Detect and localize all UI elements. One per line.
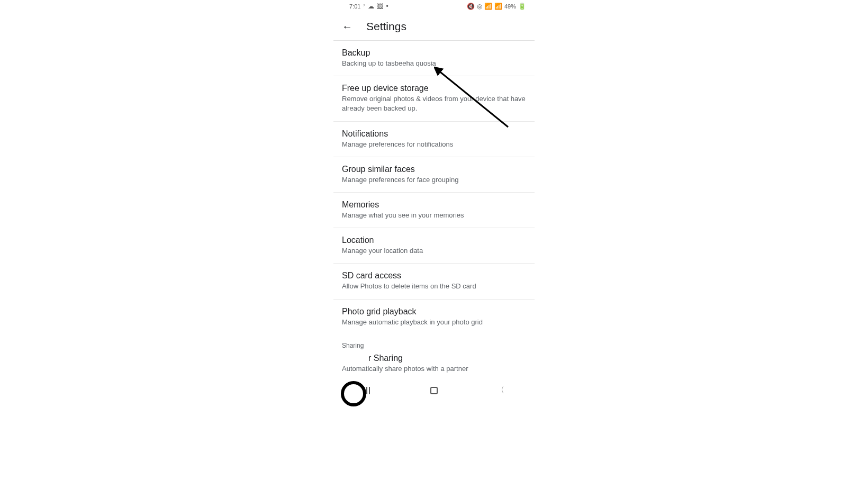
item-title: r Sharing — [342, 354, 526, 363]
settings-item-memories[interactable]: Memories Manage what you see in your mem… — [333, 193, 535, 228]
section-header-sharing: Sharing — [333, 334, 535, 349]
item-title: Free up device storage — [342, 84, 526, 93]
page-title: Settings — [366, 20, 406, 33]
item-subtitle: Allow Photos to delete items on the SD c… — [342, 282, 526, 291]
item-subtitle: Manage preferences for face grouping — [342, 175, 526, 185]
nav-back-button[interactable]: 〈 — [495, 384, 508, 397]
settings-item-location[interactable]: Location Manage your location data — [333, 228, 535, 264]
back-icon: 〈 — [498, 385, 504, 396]
status-time: 7:01 — [349, 3, 360, 10]
item-subtitle: Backing up to tasbeeha quosia — [342, 59, 526, 68]
item-title: Memories — [342, 200, 526, 210]
item-title: SD card access — [342, 271, 526, 280]
signal-1-icon: 📶 — [484, 3, 492, 10]
home-icon — [430, 387, 438, 394]
status-bar: 7:01 ⁷ ☁ 🖼 • 🔇 ◎ 📶 📶 49% 🔋 — [333, 0, 535, 13]
dot-icon: • — [386, 3, 388, 10]
status-right: 🔇 ◎ 📶 📶 49% 🔋 — [467, 3, 526, 10]
settings-item-sd-card[interactable]: SD card access Allow Photos to delete it… — [333, 264, 535, 299]
item-title: Group similar faces — [342, 165, 526, 174]
app-header: ← Settings — [333, 13, 535, 41]
settings-item-partner-sharing[interactable]: r Sharing Automatically share photos wit… — [333, 349, 535, 374]
item-title: Photo grid playback — [342, 307, 526, 316]
item-title: Notifications — [342, 129, 526, 139]
network-speed-icon: ⁷ — [363, 4, 365, 9]
recents-icon — [364, 387, 370, 394]
item-title: Location — [342, 236, 526, 245]
battery-icon: 🔋 — [518, 3, 526, 10]
settings-item-group-faces[interactable]: Group similar faces Manage preferences f… — [333, 157, 535, 193]
battery-percent: 49% — [504, 3, 516, 10]
status-left: 7:01 ⁷ ☁ 🖼 • — [349, 3, 388, 10]
item-title: Backup — [342, 48, 526, 58]
signal-2-icon: 📶 — [494, 3, 502, 10]
image-icon: 🖼 — [377, 3, 383, 10]
nav-home-button[interactable] — [428, 384, 440, 397]
settings-item-backup[interactable]: Backup Backing up to tasbeeha quosia — [333, 41, 535, 76]
nav-recents-button[interactable] — [360, 384, 373, 397]
settings-item-notifications[interactable]: Notifications Manage preferences for not… — [333, 122, 535, 157]
item-subtitle: Manage preferences for notifications — [342, 140, 526, 149]
phone-screen: 7:01 ⁷ ☁ 🖼 • 🔇 ◎ 📶 📶 49% 🔋 ← Settings Ba… — [333, 0, 535, 403]
item-subtitle: Manage your location data — [342, 246, 526, 256]
item-subtitle: Manage automatic playback in your photo … — [342, 318, 526, 327]
settings-item-free-storage[interactable]: Free up device storage Remove original p… — [333, 76, 535, 121]
back-arrow-icon[interactable]: ← — [342, 21, 352, 33]
item-subtitle: Remove original photos & videos from you… — [342, 94, 526, 113]
item-subtitle: Automatically share photos with a partne… — [342, 364, 526, 374]
navigation-bar: 〈 — [333, 378, 535, 403]
hotspot-icon: ◎ — [477, 3, 482, 10]
settings-list: Backup Backing up to tasbeeha quosia Fre… — [333, 41, 535, 374]
cloud-icon: ☁ — [368, 3, 374, 10]
item-subtitle: Manage what you see in your memories — [342, 211, 526, 220]
mute-icon: 🔇 — [467, 3, 475, 10]
settings-item-photo-grid[interactable]: Photo grid playback Manage automatic pla… — [333, 300, 535, 334]
